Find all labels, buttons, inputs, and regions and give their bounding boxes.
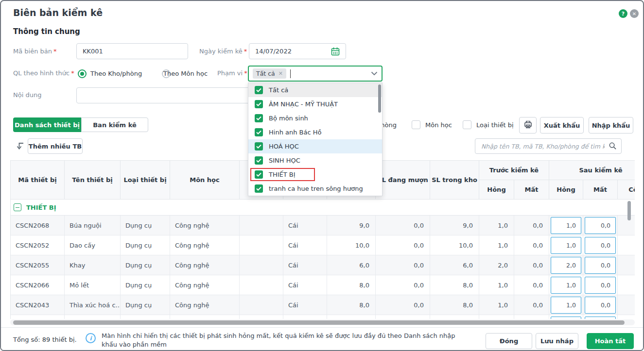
table-vertical-scrollbar[interactable] [627,201,631,220]
scope-tag[interactable]: Tất cả✕ [253,68,286,79]
print-button[interactable] [519,117,537,134]
dropdown-item[interactable]: Bộ môn sinh [248,111,382,125]
mon-hoc-checkbox[interactable] [412,120,420,129]
item-checkbox-checked[interactable] [255,114,263,122]
add-below-arrow-icon[interactable] [15,141,25,153]
page-title: Biên bản kiểm kê [13,7,103,18]
cell-dang_muon: 0,0 [376,255,430,275]
sau-kiem-ke-hong-input[interactable]: 2,0 [551,257,581,274]
filter-loai-thiet-bi[interactable]: Loại thiết bị [463,120,514,129]
export-button[interactable]: Xuất khẩu [540,117,584,134]
sau-kiem-ke-mat-input[interactable]: 0,0 [585,297,616,314]
sau-kiem-ke-hong-input[interactable]: 1,0 [551,237,581,254]
cell-col7: 10,0 [327,235,376,255]
cell-mon: Công nghệ [170,295,240,315]
scope-multiselect[interactable]: Tất cả✕ [248,66,383,82]
item-checkbox-checked[interactable] [255,184,263,193]
col-header-ma-thiet-bi: Mã thiết bị [11,161,65,200]
sau-kiem-ke-mat-input[interactable]: 0,0 [585,217,616,234]
table-horizontal-scrollbar-thumb[interactable] [13,320,625,325]
cell-sau_hong: 1,0 [549,295,583,315]
sau-kiem-ke-mat-input[interactable]: 0,0 [585,257,616,274]
save-draft-button[interactable]: Lưu nháp [536,333,578,349]
device-search [475,138,622,154]
total-count: 89 [42,336,51,343]
dropdown-item[interactable]: HOÁ HỌC [248,139,382,153]
sau-kiem-ke-mat-input[interactable] [585,317,616,319]
cell-dang_muon [376,315,430,319]
dropdown-item[interactable]: THIẾT BỊ [248,167,382,182]
sau-kiem-ke-hong-input[interactable]: 1,0 [551,297,581,314]
dropdown-item[interactable]: Hinh anh Bác Hồ [248,125,382,139]
search-icon[interactable] [609,142,617,152]
item-checkbox-checked[interactable] [255,86,263,94]
cell-sau_hong: 1,0 [549,216,583,235]
sau-kiem-ke-hong-input[interactable] [551,317,581,319]
dropdown-item-label: ÂM NHẠC - MỸ THUẬT [269,100,338,108]
record-code-input[interactable] [76,43,188,59]
truoc-mat-header: Mất [514,180,549,200]
item-checkbox-checked[interactable] [255,170,263,179]
dropdown-item-label: tranh ca hue tren sông hương [269,185,363,192]
cell-col5 [240,216,283,235]
table-row: CSCN2052Dao cấyDụng cụCông nghệCái10,00,… [11,235,635,255]
sau-kiem-ke-mat-input[interactable]: 0,0 [585,277,616,294]
dropdown-item[interactable]: SINH HỌC [248,153,382,167]
item-checkbox-checked[interactable] [255,156,263,165]
item-checkbox-checked[interactable] [255,142,263,150]
import-button[interactable]: Nhập khẩu [589,117,633,134]
content-input[interactable] [76,87,273,103]
sau-kiem-ke-hong-input[interactable]: 1,0 [551,217,581,234]
help-icon[interactable]: ? [619,9,627,18]
tab-danh-sach-thiet-bi[interactable]: Danh sách thiết bị [13,117,81,132]
cell-ten: Dao cấy [65,235,121,255]
dropdown-item-label: Hinh anh Bác Hồ [269,129,321,136]
table-horizontal-scrollbar-track[interactable] [10,319,635,325]
cell-truoc_hong: 1,0 [479,275,514,295]
cell-loai: Dụng cụ [121,295,170,315]
close-icon[interactable]: ✕ [630,9,639,18]
cell-trong_kho: 8,0 [430,275,479,295]
cell-don_vi: Cái [283,255,327,275]
cell-mon [170,315,240,319]
cell-truoc_mat [514,315,549,319]
finish-button[interactable]: Hoàn tất [587,333,634,349]
col-group-truoc-kiem-ke: Trước kiểm kê Hỏng Mất [479,161,549,200]
cell-don_vi: Cái [283,216,327,235]
sau-kiem-ke-mat-input[interactable]: 0,0 [585,237,616,254]
add-many-devices-button[interactable]: Thêm nhiều TB [28,138,83,154]
dropdown-scrollbar[interactable] [378,84,381,113]
loai-thiet-bi-checkbox[interactable] [463,120,471,129]
cell-don_vi: Cái [283,235,327,255]
item-checkbox-checked[interactable] [255,128,263,136]
cell-truoc_mat: 0,0 [514,255,549,275]
cell-dang_muon: 0,0 [376,295,430,315]
filter-mon-hoc[interactable]: Môn học [412,120,452,129]
chevron-down-icon[interactable] [371,71,378,76]
dropdown-item[interactable]: Tất cả [248,83,382,97]
dropdown-item-label: THIẾT BỊ [269,171,296,178]
search-input[interactable] [475,138,622,154]
cell-truoc_hong: 1,0 [479,235,514,255]
cell-ma: CSCN2066 [11,275,65,295]
table-row: CSCN2043Thìa xúc hoá c...Dụng cụCông ngh… [11,295,635,315]
group-row-label: THIẾT BỊ [26,204,56,211]
col-header-sl-dang-muon: SL đang mượn [376,161,430,200]
collapse-minus-icon[interactable] [14,203,21,211]
sau-con-header: Còn [618,180,635,200]
item-checkbox-checked[interactable] [255,100,263,108]
tag-remove-icon[interactable]: ✕ [278,70,283,77]
dropdown-item[interactable]: tranh ca hue tren sông hương [248,182,382,196]
cell-don_vi: Cái [283,275,327,295]
close-button[interactable]: Đóng [486,333,532,349]
cell-con [618,235,635,255]
table-row-partial [11,315,635,319]
radio-theo-kho-phong[interactable] [78,69,87,78]
dropdown-item[interactable]: ÂM NHẠC - MỸ THUẬT [248,97,382,111]
tab-ban-kiem-ke[interactable]: Ban kiểm kê [81,117,148,132]
text-cursor [290,69,291,78]
cell-dang_muon: 0,0 [376,235,430,255]
calendar-icon[interactable] [331,47,340,58]
cell-truoc_mat: 0,0 [514,216,549,235]
sau-kiem-ke-hong-input[interactable]: 1,0 [551,277,581,294]
